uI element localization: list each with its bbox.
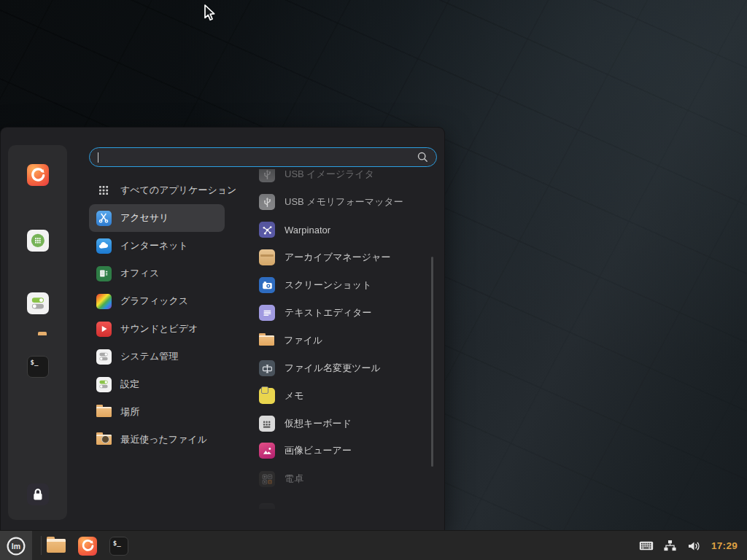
application-menu: $_ xyxy=(1,128,444,530)
usb-formatter-icon xyxy=(259,194,275,210)
mouse-cursor xyxy=(202,4,216,22)
app-label: 電卓 xyxy=(285,472,303,486)
software-manager-icon[interactable] xyxy=(27,230,49,252)
files-launcher-icon[interactable] xyxy=(47,539,66,552)
warpinator-network-icon xyxy=(259,222,275,238)
search-icon xyxy=(416,150,430,164)
app-item-warpinator[interactable]: Warpinator xyxy=(248,216,427,244)
mint-logo-icon: lm xyxy=(6,536,26,556)
file-rename-tool-icon xyxy=(259,360,275,376)
category-places[interactable]: 場所 xyxy=(89,398,225,426)
app-item-text-editor[interactable]: テキストエディター xyxy=(248,299,427,327)
network-icon[interactable] xyxy=(663,539,678,553)
firefox-icon[interactable] xyxy=(27,164,49,186)
mint-menu-button[interactable]: lm xyxy=(0,531,32,560)
app-item-file-rename[interactable]: ファイル名変更ツール xyxy=(248,354,427,382)
calculator-icon xyxy=(259,471,275,487)
category-recent-files[interactable]: 最近使ったファイル xyxy=(89,426,225,454)
desktop-wallpaper: $_ xyxy=(0,0,747,560)
taskbar: lm $_ xyxy=(0,530,747,560)
taskbar-clock[interactable]: 17:29 xyxy=(711,540,738,551)
app-label: メモ xyxy=(285,389,304,402)
app-item-partial[interactable] xyxy=(248,493,427,518)
virtual-keyboard-icon xyxy=(259,416,275,432)
category-label: 場所 xyxy=(120,405,139,419)
app-label: 画像ビューアー xyxy=(285,444,352,457)
search-input[interactable] xyxy=(96,148,416,166)
scissors-icon xyxy=(96,211,112,226)
app-label: 仮想キーボード xyxy=(285,417,352,430)
settings-toggles-icon xyxy=(96,377,112,392)
terminal-launcher-icon[interactable]: $_ xyxy=(109,537,128,556)
app-item-archive-manager[interactable]: アーカイブマネージャー xyxy=(248,244,427,271)
app-label: ファイル xyxy=(284,334,322,347)
app-item-usb-formatter[interactable]: USB メモリフォーマッター xyxy=(248,188,427,216)
terminal-prompt-glyph: $_ xyxy=(28,357,39,366)
app-item-notes[interactable]: メモ xyxy=(248,382,427,410)
app-label: テキストエディター xyxy=(285,306,371,319)
app-grid-icon xyxy=(96,183,112,198)
app-label: スクリーンショット xyxy=(285,279,371,292)
category-accessories[interactable]: アクセサリ xyxy=(89,204,225,232)
admin-toggles-icon xyxy=(96,349,112,365)
category-graphics[interactable]: グラフィックス xyxy=(89,287,225,315)
archive-manager-icon xyxy=(259,249,275,265)
category-office[interactable]: オフィス xyxy=(89,260,225,287)
rainbow-palette-icon xyxy=(96,294,112,309)
recent-folder-icon xyxy=(96,435,112,446)
taskbar-launchers: $_ xyxy=(47,531,128,560)
system-tray: 17:29 xyxy=(639,531,738,560)
terminal-prompt-glyph: $_ xyxy=(110,537,121,547)
app-label: ファイル名変更ツール xyxy=(285,362,381,375)
app-label: Warpinator xyxy=(285,225,330,236)
app-item-usb-image-writer[interactable]: USB イメージライタ xyxy=(248,169,427,188)
document-icon xyxy=(96,266,112,281)
category-label: インターネット xyxy=(120,239,188,252)
category-label: グラフィックス xyxy=(120,295,188,308)
app-item-image-viewer[interactable]: 画像ビューアー xyxy=(248,437,427,464)
app-label: USB イメージライタ xyxy=(285,169,374,181)
svg-text:lm: lm xyxy=(12,542,20,551)
category-label: すべてのアプリケーション xyxy=(120,184,236,197)
notes-memo-icon xyxy=(259,388,275,404)
terminal-icon[interactable]: $_ xyxy=(27,356,49,378)
usb-image-writer-icon xyxy=(259,169,275,182)
category-label: アクセサリ xyxy=(120,211,169,225)
app-label: USB メモリフォーマッター xyxy=(285,195,403,209)
lock-screen-icon[interactable] xyxy=(27,483,49,505)
clock-badge-icon xyxy=(101,435,109,443)
app-item-files[interactable]: ファイル xyxy=(248,327,427,354)
category-internet[interactable]: インターネット xyxy=(89,232,225,260)
text-editor-icon xyxy=(259,305,275,321)
volume-icon[interactable] xyxy=(687,539,702,553)
search-bar[interactable] xyxy=(89,147,437,167)
category-label: システム管理 xyxy=(120,350,178,363)
app-item-screenshot[interactable]: スクリーンショット xyxy=(248,271,427,299)
text-caret xyxy=(98,152,98,163)
partial-app-icon xyxy=(259,503,275,509)
folder-icon xyxy=(96,407,112,418)
image-viewer-icon xyxy=(259,443,275,459)
screenshot-camera-icon xyxy=(259,277,275,293)
category-list: すべてのアプリケーション アクセサリ インタ xyxy=(89,176,225,454)
cloud-icon xyxy=(96,238,112,254)
keyboard-layout-icon[interactable] xyxy=(639,539,654,553)
category-label: サウンドとビデオ xyxy=(120,322,198,335)
app-item-calculator[interactable]: 電卓 xyxy=(248,465,427,493)
menu-sidebar: $_ xyxy=(8,145,67,520)
taskbar-separator xyxy=(41,536,42,555)
system-settings-icon[interactable] xyxy=(27,292,49,314)
category-all-applications[interactable]: すべてのアプリケーション xyxy=(89,176,225,204)
category-label: 設定 xyxy=(120,378,139,391)
category-system-admin[interactable]: システム管理 xyxy=(89,343,225,370)
category-label: 最近使ったファイル xyxy=(120,433,207,446)
play-icon xyxy=(96,322,112,337)
app-item-virtual-keyboard[interactable]: 仮想キーボード xyxy=(248,410,427,438)
app-label: アーカイブマネージャー xyxy=(285,251,390,264)
firefox-launcher-icon[interactable] xyxy=(78,537,97,556)
category-sound-video[interactable]: サウンドとビデオ xyxy=(89,315,225,343)
category-label: オフィス xyxy=(120,267,159,280)
app-list-scrollbar[interactable] xyxy=(431,257,433,467)
category-settings[interactable]: 設定 xyxy=(89,370,225,398)
application-list: USB イメージライタ USB メモリフォーマッター xyxy=(248,169,432,518)
